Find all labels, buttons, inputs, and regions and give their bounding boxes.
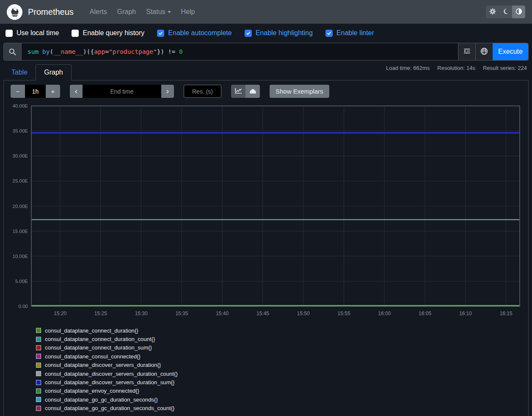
theme-auto-button[interactable] xyxy=(512,6,525,18)
legend-swatch-icon xyxy=(36,345,41,350)
theme-toggle-group xyxy=(486,6,525,18)
tab-graph[interactable]: Graph xyxy=(36,64,71,80)
y-axis: 40.00E35.00E30.00E25.00E20.00E15.00E10.0… xyxy=(13,103,520,309)
checkbox-checked-icon xyxy=(325,30,333,37)
time-series-chart[interactable]: 40.00E35.00E30.00E25.00E20.00E15.00E10.0… xyxy=(7,102,521,317)
graph-panel: − + ‹ › xyxy=(3,80,529,416)
range-increase-button[interactable]: + xyxy=(46,85,60,98)
execute-button[interactable]: Execute xyxy=(493,43,528,60)
query-stats: Load time: 662ms Resolution: 14s Result … xyxy=(386,65,527,71)
legend-item[interactable]: consul_dataplane_connect_duration_sum{} xyxy=(36,344,525,352)
nav-status-dropdown[interactable]: Status xyxy=(141,5,176,19)
navbar: Prometheus Alerts Graph Status Help xyxy=(0,0,532,24)
y-tick-label: 20.00E xyxy=(13,204,28,209)
checkbox-unchecked-icon xyxy=(6,30,13,37)
legend-item[interactable]: consul_dataplane_envoy_connected{} xyxy=(36,387,525,395)
line-chart-icon xyxy=(235,88,242,95)
nav-graph[interactable]: Graph xyxy=(112,5,141,19)
main-nav: Alerts Graph Status Help xyxy=(85,5,200,19)
legend-item[interactable]: consul_dataplane_discover_servers_durati… xyxy=(36,378,525,386)
format-expression-button[interactable] xyxy=(458,43,475,60)
settings-row: Use local time Enable query history Enab… xyxy=(0,24,532,42)
legend-item[interactable]: consul_dataplane_go_gc_duration_seconds{… xyxy=(36,395,525,404)
use-local-time-checkbox[interactable]: Use local time xyxy=(6,29,59,37)
tab-table[interactable]: Table xyxy=(3,65,36,80)
range-input[interactable] xyxy=(25,85,46,98)
y-tick-label: 40.00E xyxy=(13,103,28,108)
legend-item[interactable]: consul_dataplane_connect_duration{} xyxy=(36,326,525,335)
legend-series-name: consul_dataplane_connect_duration_sum{} xyxy=(45,344,152,351)
chart-type-toggle xyxy=(231,85,260,98)
y-tick-label: 35.00E xyxy=(13,128,28,133)
legend-item[interactable]: consul_dataplane_connect_duration_count{… xyxy=(36,335,525,343)
legend-item[interactable]: consul_dataplane_go_gc_duration_seconds_… xyxy=(36,404,525,413)
stacked-area-icon xyxy=(249,88,256,95)
y-tick-label: 5.00E xyxy=(15,279,28,284)
minus-icon: − xyxy=(16,88,20,95)
theme-dark-button[interactable] xyxy=(499,6,512,18)
x-tick-label: 16:05 xyxy=(419,311,431,316)
x-tick-label: 15:35 xyxy=(175,311,188,316)
y-tick-label: 0.00 xyxy=(19,304,28,309)
legend-series-name: consul_dataplane_connect_duration_count{… xyxy=(45,336,155,342)
half-circle-icon xyxy=(515,8,522,16)
promql-expression-input[interactable]: sum by(__name__)({app="productpage"}) !=… xyxy=(22,43,458,60)
sun-gear-icon xyxy=(489,8,496,16)
checkbox-unchecked-icon xyxy=(72,30,79,37)
legend-swatch-icon xyxy=(36,397,41,402)
plus-icon: + xyxy=(51,88,55,95)
range-decrease-button[interactable]: − xyxy=(11,85,25,98)
enable-linter-checkbox[interactable]: Enable linter xyxy=(325,29,374,37)
x-tick-label: 15:30 xyxy=(135,311,148,316)
legend-series-name: consul_dataplane_envoy_connected{} xyxy=(45,388,139,394)
legend-swatch-icon xyxy=(36,363,41,368)
legend-item[interactable]: consul_dataplane_consul_connected{} xyxy=(36,352,525,361)
graph-controls: − + ‹ › xyxy=(11,85,525,98)
x-tick-label: 15:55 xyxy=(338,311,350,316)
checkbox-checked-icon xyxy=(245,30,252,37)
x-tick-label: 16:10 xyxy=(459,311,472,316)
legend-item[interactable]: consul_dataplane_discover_servers_durati… xyxy=(36,369,525,378)
resolution-input[interactable] xyxy=(184,85,221,98)
legend-series-name: consul_dataplane_discover_servers_durati… xyxy=(45,379,174,385)
query-bar: sum by(__name__)({app="productpage"}) !=… xyxy=(3,43,529,61)
show-exemplars-button[interactable]: Show Exemplars xyxy=(270,85,329,98)
y-tick-label: 25.00E xyxy=(13,178,28,183)
x-tick-label: 15:40 xyxy=(216,311,229,316)
prometheus-logo-icon[interactable] xyxy=(7,4,22,20)
x-axis: 15:2015:2515:3015:3515:4015:4515:5015:55… xyxy=(54,106,513,316)
globe-icon xyxy=(480,47,488,56)
enable-query-history-checkbox[interactable]: Enable query history xyxy=(72,29,144,37)
x-tick-label: 15:25 xyxy=(94,311,107,316)
moon-icon xyxy=(502,8,509,16)
chevron-down-icon xyxy=(168,11,171,13)
end-time-group: ‹ › xyxy=(70,85,174,98)
nav-help[interactable]: Help xyxy=(176,5,200,19)
nav-alerts[interactable]: Alerts xyxy=(85,5,112,19)
chart-legend: consul_dataplane_connect_duration{} cons… xyxy=(36,326,525,413)
end-time-input[interactable] xyxy=(83,85,161,98)
time-forward-button[interactable]: › xyxy=(161,85,174,98)
theme-light-button[interactable] xyxy=(486,6,499,18)
x-tick-label: 15:45 xyxy=(256,311,269,316)
stacked-chart-toggle-button[interactable] xyxy=(245,85,260,98)
load-time-stat: Load time: 662ms xyxy=(386,65,430,71)
x-tick-label: 15:20 xyxy=(54,311,66,316)
x-tick-label: 16:00 xyxy=(378,311,391,316)
legend-item[interactable]: consul_dataplane_discover_servers_durati… xyxy=(36,361,525,369)
metrics-explorer-button[interactable] xyxy=(475,43,493,60)
range-group: − + xyxy=(11,85,60,98)
y-tick-label: 30.00E xyxy=(13,153,28,158)
chevron-left-icon: ‹ xyxy=(75,87,77,96)
legend-series-name: consul_dataplane_go_gc_duration_seconds{… xyxy=(45,397,158,403)
legend-swatch-icon xyxy=(36,371,41,376)
chart-area: 40.00E35.00E30.00E25.00E20.00E15.00E10.0… xyxy=(7,102,525,319)
legend-swatch-icon xyxy=(36,328,41,333)
enable-autocomplete-checkbox[interactable]: Enable autocomplete xyxy=(157,29,232,37)
time-back-button[interactable]: ‹ xyxy=(70,85,83,98)
format-indent-icon xyxy=(463,47,471,56)
tabs-area: Load time: 662ms Resolution: 14s Result … xyxy=(3,64,529,80)
enable-highlighting-checkbox[interactable]: Enable highlighting xyxy=(245,29,313,37)
line-chart-toggle-button[interactable] xyxy=(231,85,245,98)
resolution-stat: Resolution: 14s xyxy=(437,65,475,71)
